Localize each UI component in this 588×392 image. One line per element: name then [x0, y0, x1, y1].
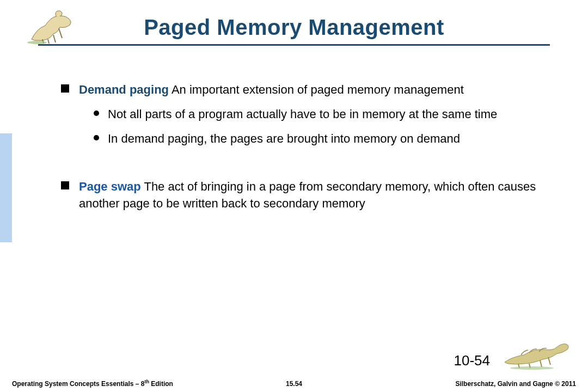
slide-content: Demand paging An important extension of …: [61, 82, 564, 220]
sub-bullet-text: Not all parts of a program actually have…: [108, 106, 497, 123]
bullet-item: Page swap The act of bringing in a page …: [61, 179, 564, 212]
term: Demand paging: [79, 83, 169, 96]
square-bullet-icon: [61, 84, 69, 93]
term: Page swap: [79, 180, 141, 193]
footer-copyright: Silberschatz, Galvin and Gagne © 2011: [455, 380, 576, 388]
dinosaur-bottom-icon: [502, 338, 573, 372]
dot-bullet-icon: [94, 135, 99, 140]
square-bullet-icon: [61, 181, 69, 189]
title-underline: [38, 44, 550, 46]
slide-footer: Operating System Concepts Essentials – 8…: [0, 379, 588, 388]
sub-bullet-item: Not all parts of a program actually have…: [94, 106, 564, 123]
page-number-large: 10-54: [454, 352, 491, 369]
footer-page-number: 15.54: [286, 380, 302, 388]
left-accent-bar: [0, 133, 12, 242]
bullet-body: The act of bringing in a page from secon…: [79, 180, 536, 210]
bullet-text: Page swap The act of bringing in a page …: [79, 179, 564, 212]
bullet-item: Demand paging An important extension of …: [61, 82, 564, 99]
bullet-text: Demand paging An important extension of …: [79, 82, 464, 99]
sub-bullet-item: In demand paging, the pages are brought …: [94, 131, 564, 148]
dot-bullet-icon: [94, 111, 99, 116]
bullet-body: An important extension of paged memory m…: [171, 83, 464, 96]
sub-bullet-text: In demand paging, the pages are brought …: [108, 131, 460, 148]
svg-point-1: [510, 366, 554, 370]
footer-book-title: Operating System Concepts Essentials – 8…: [12, 379, 173, 388]
slide-title: Paged Memory Management: [0, 15, 588, 40]
